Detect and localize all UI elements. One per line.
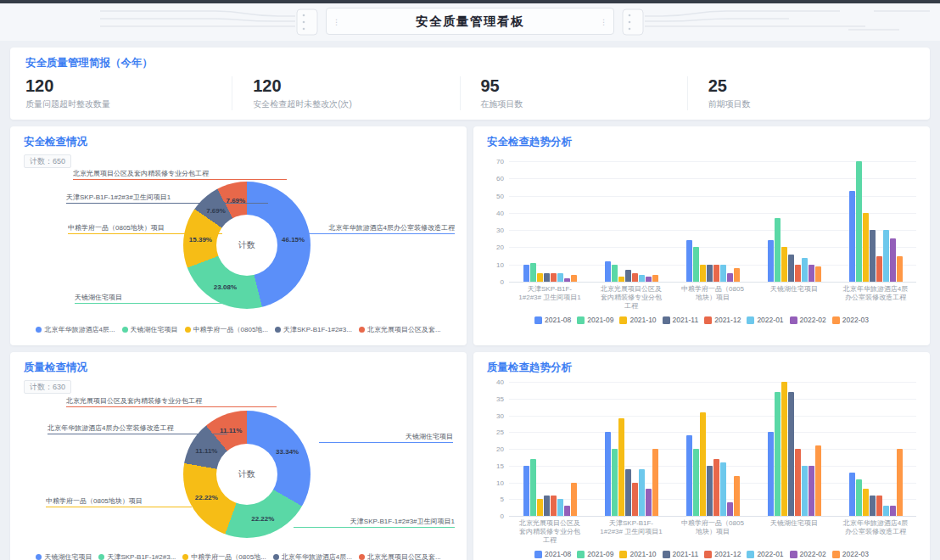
bar bbox=[571, 483, 577, 517]
x-axis-label: 天镜湖住宅项目 bbox=[753, 285, 835, 311]
bar bbox=[815, 445, 821, 516]
bar bbox=[713, 265, 719, 282]
y-tick-label: 40 bbox=[487, 378, 504, 386]
summary-card: 安全质量管理简报（今年） 120质量问题超时整改数量120安全检查超时未整改次(… bbox=[10, 48, 930, 120]
bar bbox=[883, 506, 889, 516]
legend-label: 2021-09 bbox=[587, 316, 613, 324]
pie-legend: 天镜湖住宅项目天津SKP-B1F-1#2#3...中粮学府一品（0805地...… bbox=[24, 552, 453, 560]
legend-item[interactable]: 2022-01 bbox=[747, 550, 783, 558]
legend-item[interactable]: 2021-08 bbox=[534, 316, 571, 324]
pie-callout-label: 天镜湖住宅项目 bbox=[319, 433, 453, 443]
bar bbox=[646, 489, 652, 516]
legend-square-icon bbox=[663, 551, 670, 558]
plot-area bbox=[509, 382, 916, 516]
bar bbox=[890, 506, 896, 516]
panel-quality-check-pie: 质量检查情况 计数：630 计数 北京光展项目公区及套内精装修专业分包工程 北京… bbox=[10, 352, 467, 560]
pie-percent-label: 7.69% bbox=[206, 206, 226, 214]
legend-item[interactable]: 2022-03 bbox=[832, 316, 869, 324]
bar-group bbox=[509, 263, 590, 282]
x-axis-label: 北京光展项目公区及套内精装修专业分包工程 bbox=[509, 519, 590, 545]
summary-stat: 25前期项目数 bbox=[687, 76, 915, 110]
legend-dot-icon bbox=[122, 327, 128, 333]
bar bbox=[883, 230, 889, 282]
bar bbox=[523, 265, 529, 282]
legend-square-icon bbox=[663, 316, 670, 324]
y-axis: 010203040506070 bbox=[487, 161, 504, 282]
legend-item[interactable]: 天镜湖住宅项目 bbox=[36, 552, 92, 560]
legend-item[interactable]: 2022-02 bbox=[790, 316, 826, 324]
legend-item[interactable]: 北京光展项目公区及套... bbox=[359, 552, 441, 560]
count-tag-label: 计数： bbox=[30, 157, 53, 165]
legend-item[interactable]: 2022-01 bbox=[747, 316, 783, 324]
legend-item[interactable]: 北京年华旅游酒店4层... bbox=[273, 552, 352, 560]
legend-item[interactable]: 2021-12 bbox=[704, 316, 741, 324]
bar-group bbox=[753, 382, 835, 516]
bar bbox=[707, 265, 713, 282]
panel-title: 安全检查趋势分析 bbox=[487, 135, 916, 149]
bar bbox=[693, 449, 699, 516]
legend-item[interactable]: 2021-09 bbox=[577, 550, 613, 558]
page-title: 安全质量管理看板 bbox=[416, 14, 524, 30]
legend-label: 中粮学府一品（0805地... bbox=[193, 325, 268, 334]
legend-square-icon bbox=[704, 551, 712, 558]
legend-item[interactable]: 北京光展项目公区及套... bbox=[359, 325, 441, 334]
pie-percent-label: 22.22% bbox=[195, 494, 218, 501]
bar bbox=[557, 499, 563, 516]
legend-label: 2022-02 bbox=[800, 316, 826, 324]
bar bbox=[863, 489, 869, 516]
legend-item[interactable]: 中粮学府一品（0805地... bbox=[182, 552, 266, 560]
bar bbox=[795, 449, 801, 516]
legend-item[interactable]: 中粮学府一品（0805地... bbox=[185, 325, 268, 334]
stat-label: 在施项目数 bbox=[481, 98, 687, 110]
bar bbox=[870, 496, 876, 516]
legend-item[interactable]: 2022-03 bbox=[832, 550, 869, 558]
legend-item[interactable]: 天镜湖住宅项目 bbox=[122, 325, 178, 334]
bar bbox=[564, 278, 570, 282]
x-axis-label: 中粮学府一品（0805地块）项目 bbox=[672, 285, 753, 311]
legend-item[interactable]: 2022-02 bbox=[790, 550, 826, 558]
legend-square-icon bbox=[534, 316, 542, 324]
legend-label: 2021-10 bbox=[629, 550, 656, 558]
bar bbox=[809, 265, 814, 282]
bar bbox=[775, 392, 781, 516]
bar bbox=[849, 191, 855, 283]
legend-item[interactable]: 天津SKP-B1F-1#2#3... bbox=[275, 325, 352, 334]
legend-item[interactable]: 2021-10 bbox=[619, 316, 656, 324]
plot-area bbox=[509, 161, 916, 282]
pie-legend: 北京年华旅游酒店4层...天镜湖住宅项目中粮学府一品（0805地...天津SKP… bbox=[24, 325, 453, 334]
panel-safety-trend-bar: 安全检查趋势分析 010203040506070天津SKP-B1F-1#2#3#… bbox=[473, 126, 930, 345]
bar bbox=[618, 277, 624, 282]
legend-label: 2021-12 bbox=[714, 550, 741, 558]
bar bbox=[856, 161, 862, 282]
bar bbox=[652, 449, 658, 516]
bar bbox=[564, 506, 570, 516]
x-axis-label: 中粮学府一品（0805地块）项目 bbox=[672, 519, 753, 545]
bar bbox=[700, 265, 706, 282]
x-axis-label: 天津SKP-B1F-1#2#3# 卫生间项目1 bbox=[509, 285, 590, 311]
safety-pie-chart: 计数 北京光展项目公区及套内精装修专业分包工程 天津SKP-B1F-1#2#3#… bbox=[24, 170, 453, 324]
bar bbox=[632, 483, 638, 517]
pie-percent-label: 33.34% bbox=[276, 447, 299, 455]
legend-item[interactable]: 天津SKP-B1F-1#2#3... bbox=[98, 552, 176, 560]
legend-item[interactable]: 北京年华旅游酒店4层... bbox=[36, 325, 115, 334]
legend-item[interactable]: 2021-09 bbox=[577, 316, 613, 324]
pie-percent-label: 46.15% bbox=[282, 236, 305, 244]
legend-label: 2022-03 bbox=[842, 550, 869, 558]
bar bbox=[618, 418, 624, 516]
bar bbox=[870, 230, 876, 282]
bar bbox=[788, 392, 794, 516]
legend-item[interactable]: 2021-12 bbox=[704, 550, 741, 558]
legend-item[interactable]: 2021-11 bbox=[663, 550, 699, 558]
legend-item[interactable]: 2021-08 bbox=[534, 550, 571, 558]
x-axis-labels: 北京光展项目公区及套内精装修专业分包工程天津SKP-B1F-1#2#3# 卫生间… bbox=[509, 519, 916, 545]
bar bbox=[523, 466, 529, 516]
bar-group bbox=[590, 418, 672, 516]
legend-item[interactable]: 2021-10 bbox=[619, 550, 656, 558]
legend-label: 天津SKP-B1F-1#2#3... bbox=[107, 552, 176, 560]
bar bbox=[768, 432, 774, 516]
bar bbox=[551, 273, 557, 282]
legend-square-icon bbox=[747, 316, 754, 324]
bar bbox=[856, 479, 862, 516]
legend-item[interactable]: 2021-11 bbox=[663, 316, 699, 324]
legend-dot-icon bbox=[359, 327, 365, 333]
